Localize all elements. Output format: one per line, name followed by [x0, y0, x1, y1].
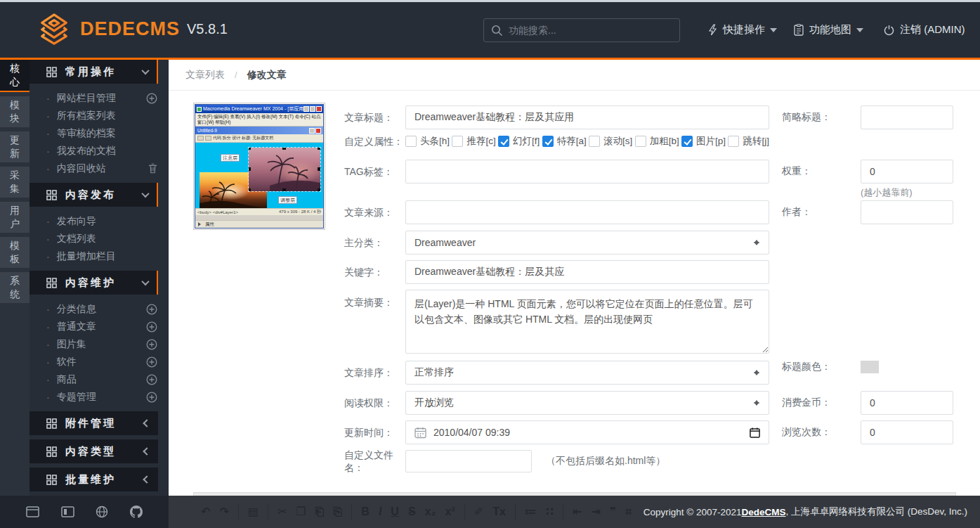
author-input[interactable] — [861, 200, 953, 224]
update-time-picker[interactable]: 2010/04/07 09:39 — [405, 420, 769, 444]
article-source-input[interactable] — [405, 200, 769, 224]
sidebar-item[interactable]: ·发布向导 — [30, 212, 169, 230]
view-count-input[interactable] — [861, 420, 953, 444]
purple-sunset-photo-layer[interactable] — [249, 148, 320, 191]
checkbox-checked-icon[interactable] — [681, 136, 693, 147]
browser-window-icon[interactable] — [26, 506, 39, 517]
logout-button[interactable]: 注销 (ADMIN) — [884, 0, 965, 60]
sidebar-item[interactable]: ·网站栏目管理 — [30, 89, 169, 107]
editor-toolbar-superscript-icon[interactable]: x² — [445, 506, 455, 517]
checkbox-checked-icon[interactable] — [498, 136, 509, 147]
editor-toolbar-subscript-icon[interactable]: x₂ — [425, 506, 436, 517]
breadcrumb-parent-link[interactable]: 文章列表 — [185, 69, 225, 82]
rail-tab[interactable]: 模 板 — [0, 237, 30, 268]
github-icon[interactable] — [130, 506, 143, 518]
editor-toolbar-paste-icon[interactable]: ⎗ — [315, 506, 325, 517]
editor-toolbar-div-container-icon[interactable]: ⌗ — [625, 506, 632, 517]
checkbox-unchecked-icon[interactable] — [405, 136, 417, 147]
editor-toolbar-redo-icon[interactable]: ↷ — [219, 506, 228, 517]
editor-toolbar-underline-icon[interactable]: U — [391, 506, 399, 517]
attribute-checkbox-item[interactable]: 滚动[s] — [589, 135, 632, 148]
keywords-input[interactable] — [405, 260, 769, 284]
editor-toolbar-format-painter-icon[interactable]: ✐ — [474, 506, 483, 517]
sidebar-item[interactable]: ·软件 — [30, 353, 169, 371]
rail-tab[interactable]: 系 统 — [0, 272, 30, 303]
circle-plus-icon[interactable] — [146, 304, 157, 315]
summary-textarea[interactable]: 层(Layer)是一种 HTML 页面元素，您可以将它定位在页面上的任意位置。层… — [405, 290, 769, 354]
sidebar-item[interactable]: ·批量增加栏目 — [30, 247, 169, 265]
weight-input[interactable] — [861, 160, 953, 183]
attribute-checkbox-item[interactable]: 推荐[c] — [452, 135, 495, 148]
rail-tab[interactable]: 用 户 — [0, 202, 30, 233]
editor-toolbar-cut-icon[interactable]: ✂ — [277, 506, 287, 517]
sidebar-item[interactable]: ·普通文章 — [30, 318, 169, 335]
editor-toolbar-italic-icon[interactable]: I — [379, 506, 381, 517]
sidebar-section-header[interactable]: 内容发布 — [30, 183, 158, 207]
rail-tab[interactable]: 模 块 — [0, 96, 30, 127]
dedecms-link[interactable]: DedeCMS — [741, 507, 785, 517]
custom-filename-input[interactable] — [405, 450, 532, 472]
sidebar-section-header[interactable]: 常用操作 — [30, 60, 158, 84]
attribute-checkbox-item[interactable]: 头条[h] — [405, 135, 450, 148]
editor-toolbar-paste-word-icon[interactable]: ⎘ — [334, 506, 343, 517]
attribute-checkbox-item[interactable]: 图片[p] — [681, 135, 726, 148]
attribute-checkbox-item[interactable]: 跳转[j] — [728, 135, 769, 148]
editor-toolbar-remove-format-icon[interactable]: Tx — [492, 506, 506, 517]
editor-toolbar-strikethrough-icon[interactable]: S — [408, 506, 416, 517]
sidebar-item[interactable]: ·等审核的档案 — [30, 124, 169, 142]
editor-toolbar-bold-icon[interactable]: B — [361, 506, 370, 517]
circle-plus-icon[interactable] — [146, 392, 157, 403]
attribute-checkbox-item[interactable]: 加粗[b] — [635, 135, 679, 148]
consume-coins-input[interactable] — [861, 391, 953, 415]
layout-sidebar-icon[interactable] — [61, 506, 74, 517]
search-input[interactable] — [509, 25, 672, 36]
function-map-menu[interactable]: 功能地图 — [794, 0, 863, 60]
editor-toolbar-outdent-icon[interactable]: ⇤ — [573, 506, 582, 517]
circle-plus-icon[interactable] — [146, 356, 157, 368]
sidebar-item[interactable]: ·所有档案列表 — [30, 107, 169, 124]
circle-plus-icon[interactable] — [146, 374, 157, 385]
sidebar-section-header[interactable]: 批量维护 — [30, 468, 158, 491]
attribute-checkbox-item[interactable]: 特荐[a] — [542, 135, 587, 148]
sidebar-item[interactable]: ·文档列表 — [30, 230, 169, 247]
rail-tab[interactable]: 采 集 — [0, 167, 30, 198]
circle-plus-icon[interactable] — [146, 321, 157, 333]
quick-actions-menu[interactable]: 快捷操作 — [708, 0, 777, 60]
sidebar-section-header[interactable]: 附件管理 — [30, 411, 158, 435]
selection-handles[interactable] — [249, 148, 251, 150]
editor-toolbar-unordered-list-icon[interactable]: ∷ — [546, 506, 554, 517]
sidebar-item[interactable]: ·我发布的文档 — [30, 142, 169, 160]
rail-tab[interactable]: 核 心 — [0, 60, 30, 92]
editor-toolbar-blockquote-icon[interactable]: ❞ — [610, 506, 616, 517]
editor-toolbar-undo-icon[interactable]: ↶ — [201, 506, 210, 517]
article-thumbnail-image[interactable]: Macromedia Dreamweaver MX 2004 - [层应用 (U… — [193, 103, 325, 230]
editor-toolbar-indent-icon[interactable]: ⇥ — [591, 506, 600, 517]
tag-input[interactable] — [405, 160, 769, 183]
short-title-input[interactable] — [861, 105, 953, 129]
circle-plus-icon[interactable] — [146, 93, 157, 104]
globe-icon[interactable] — [96, 506, 108, 518]
article-sort-select[interactable]: 正常排序 — [405, 361, 769, 385]
checkbox-unchecked-icon[interactable] — [589, 136, 600, 147]
sidebar-section-header[interactable]: 内容类型 — [30, 439, 158, 463]
checkbox-checked-icon[interactable] — [542, 136, 554, 147]
read-access-select[interactable]: 开放浏览 — [405, 391, 769, 415]
trash-icon[interactable] — [148, 163, 157, 174]
title-color-swatch[interactable] — [861, 361, 879, 373]
sidebar-item[interactable]: ·商品 — [30, 371, 169, 388]
checkbox-unchecked-icon[interactable] — [635, 136, 646, 147]
date-picker-icon[interactable] — [750, 427, 760, 438]
checkbox-unchecked-icon[interactable] — [452, 136, 463, 147]
sidebar-item[interactable]: ·专题管理 — [30, 388, 169, 406]
checkbox-unchecked-icon[interactable] — [728, 136, 739, 147]
sidebar-item[interactable]: ·内容回收站 — [30, 160, 169, 177]
circle-plus-icon[interactable] — [146, 339, 157, 350]
editor-toolbar-copy-icon[interactable]: ❐ — [296, 506, 306, 517]
sidebar-section-header[interactable]: 内容维护 — [30, 271, 158, 295]
editor-toolbar-new-document-icon[interactable]: ▤ — [248, 506, 259, 517]
rail-tab[interactable]: 更 新 — [0, 131, 30, 162]
main-category-select[interactable]: Dreamweaver — [405, 231, 769, 255]
global-search[interactable] — [483, 18, 680, 42]
sidebar-item[interactable]: ·图片集 — [30, 335, 169, 353]
article-title-input[interactable] — [405, 105, 769, 129]
